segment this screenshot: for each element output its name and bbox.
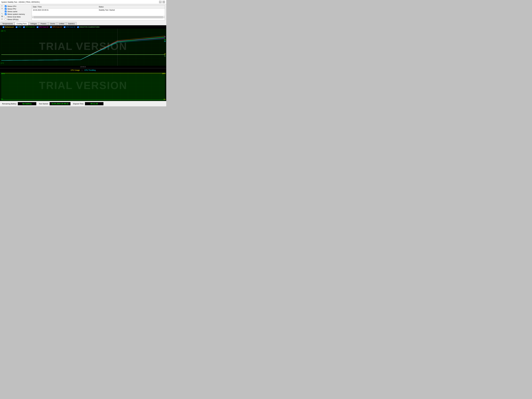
stress-cache-label: Stress cache — [7, 11, 17, 13]
test-started-label: Test Started: — [39, 103, 49, 105]
stress-memory-item: 🔧 Stress system memory — [1, 13, 30, 15]
status-bar: Remaining Battery: No battery Test Start… — [0, 101, 166, 106]
title-bar-controls: — ☐ — [159, 1, 165, 3]
tab-statistics[interactable]: Statistics — [66, 22, 76, 25]
elapsed-time-item: Elapsed Time: 00:11:25 — [73, 102, 103, 105]
stress-memory-checkbox[interactable] — [5, 13, 6, 15]
tab-unified[interactable]: Unified — [57, 22, 66, 25]
legend-core1-label: CPU Core #1 — [25, 26, 35, 28]
temp-val-75: 75 — [164, 36, 166, 38]
cpu-chart-wrapper: 100% 0% 100% 0% TRIAL VERSION — [0, 72, 166, 101]
legend-kingston: KINGSTON SA400S37240G — [77, 26, 100, 28]
stress-fpu-item: 23 Stress FPU — [1, 8, 30, 10]
temp-chart-svg: TRIAL VERSION — [0, 29, 166, 66]
trial-watermark-temp: TRIAL VERSION — [39, 40, 127, 52]
test-started-item: Test Started: 10.04.2024 20:49:31 — [39, 102, 70, 105]
test-started-value: 10.04.2024 20:49:31 — [50, 102, 70, 105]
legend-core4-checkbox[interactable] — [64, 26, 65, 28]
legend-kingston-checkbox[interactable] — [77, 26, 79, 28]
scroll-right-arrow[interactable]: > — [164, 17, 164, 18]
cache-icon: 📄 — [1, 10, 4, 13]
elapsed-value: 00:11:25 — [85, 102, 103, 105]
tabs-bar: Temperatures Cooling Fans Voltages Power… — [0, 21, 166, 25]
battery-status-item: Remaining Battery: No battery — [2, 102, 36, 105]
tab-clocks[interactable]: Clocks — [48, 22, 57, 25]
temp-val-28: 28 — [164, 53, 166, 55]
checkbox-panel: ⚙ Stress CPU 23 Stress FPU 📄 Stress cach… — [1, 5, 30, 20]
cpu-icon: ⚙ — [1, 5, 4, 7]
cpu-usage-label: CPU Usage — [71, 69, 80, 71]
legend-core4-label: CPU Core #4 — [66, 26, 75, 28]
disks-icon: 💾 — [1, 16, 4, 18]
stress-memory-label: Stress system memory — [7, 13, 25, 15]
legend-motherboard-label: Motherboard — [5, 26, 14, 28]
y-max-label: 100 °C — [1, 30, 6, 32]
legend-core2: CPU Core #2 — [37, 26, 48, 28]
temp-chart-section: Motherboard CPU CPU Core #1 CPU Core #2 … — [0, 25, 166, 68]
temp-chart-legend: Motherboard CPU CPU Core #1 CPU Core #2 … — [0, 25, 166, 29]
tab-powers[interactable]: Powers — [39, 22, 48, 25]
svg-marker-3 — [1, 73, 165, 101]
legend-cpu-checkbox[interactable] — [16, 26, 17, 28]
legend-cpu: CPU — [16, 26, 21, 28]
legend-kingston-label: KINGSTON SA400S37240G — [79, 26, 100, 28]
cpu-chart-title: CPU Usage | CPU Throttling — [0, 68, 166, 72]
legend-core3-checkbox[interactable] — [50, 26, 52, 28]
date-time-header: Date / Time — [32, 5, 98, 8]
stress-gpu-label: Stress GPU(s) — [7, 19, 19, 20]
stress-disks-checkbox[interactable] — [5, 16, 6, 18]
legend-core1-checkbox[interactable] — [23, 26, 25, 28]
stress-gpu-item: 🖥 Stress GPU(s) — [1, 18, 30, 20]
gpu-icon: 🖥 — [1, 18, 4, 20]
scroll-left-arrow[interactable]: < — [32, 17, 33, 18]
y-min-label: 0 °C — [1, 62, 4, 64]
title-bar: System Stability Test - AIDA64 [ TRIAL V… — [0, 0, 166, 4]
stress-cpu-checkbox[interactable] — [5, 5, 6, 7]
stress-fpu-checkbox[interactable] — [5, 8, 6, 10]
legend-core4: CPU Core #4 — [64, 26, 75, 28]
cpu-separator: | — [82, 69, 82, 71]
battery-value: No battery — [18, 102, 36, 105]
legend-motherboard-checkbox[interactable] — [3, 26, 4, 28]
tab-voltages[interactable]: Voltages — [29, 22, 39, 25]
legend-core2-checkbox[interactable] — [37, 26, 38, 28]
battery-label: Remaining Battery: — [2, 103, 17, 105]
minimize-button[interactable]: — — [159, 1, 162, 3]
cpu-throttling-label: CPU Throttling — [84, 69, 96, 71]
fpu-icon: 23 — [1, 8, 4, 10]
temp-chart-wrapper: 100 °C 0 °C 75 65 68 28 31 TRIAL VERSION — [0, 29, 166, 68]
elapsed-label: Elapsed Time: — [73, 103, 84, 105]
status-value-cell: Stability Test: Started — [98, 8, 165, 12]
maximize-button[interactable]: ☐ — [163, 1, 165, 3]
status-header: Status — [98, 5, 165, 8]
top-section: ⚙ Stress CPU 23 Stress FPU 📄 Stress cach… — [0, 4, 166, 21]
stress-cache-checkbox[interactable] — [5, 11, 6, 13]
tab-cooling-fans[interactable]: Cooling Fans — [15, 22, 28, 25]
stress-disks-label: Stress local disks — [7, 16, 21, 18]
cpu-y-min: 0% — [1, 98, 3, 100]
cpu-y-max: 100% — [1, 73, 5, 75]
tab-temperatures[interactable]: Temperatures — [1, 22, 14, 25]
stress-gpu-checkbox[interactable] — [5, 19, 6, 20]
stress-cpu-label: Stress CPU — [7, 5, 16, 7]
time-label: 20:49:31 — [0, 66, 166, 68]
temp-val-31: 31 — [164, 55, 166, 57]
horizontal-scrollbar[interactable]: < > — [32, 16, 165, 19]
stress-cpu-item: ⚙ Stress CPU — [1, 5, 30, 7]
legend-cpu-label: CPU — [18, 26, 21, 28]
status-table: Date / Time Status 10.04.2024 20:49:31 S… — [32, 5, 165, 20]
stress-fpu-label: Stress FPU — [7, 8, 16, 10]
window-title: System Stability Test - AIDA64 [ TRIAL V… — [1, 1, 40, 3]
temp-val-68: 68 — [164, 40, 166, 42]
scroll-track[interactable] — [34, 16, 163, 18]
time-label-text: 20:49:31 — [80, 66, 86, 68]
legend-core3: CPU Core #3 — [50, 26, 62, 28]
legend-motherboard: Motherboard — [3, 26, 14, 28]
memory-icon: 🔧 — [1, 13, 4, 15]
title-bar-left: System Stability Test - AIDA64 [ TRIAL V… — [1, 1, 40, 3]
cpu-chart-section: CPU Usage | CPU Throttling 100% 0% 100% … — [0, 68, 166, 101]
date-time-value: 10.04.2024 20:49:31 — [32, 8, 98, 12]
legend-core1: CPU Core #1 — [23, 26, 35, 28]
legend-core2-label: CPU Core #2 — [39, 26, 48, 28]
legend-core3-label: CPU Core #3 — [52, 26, 62, 28]
